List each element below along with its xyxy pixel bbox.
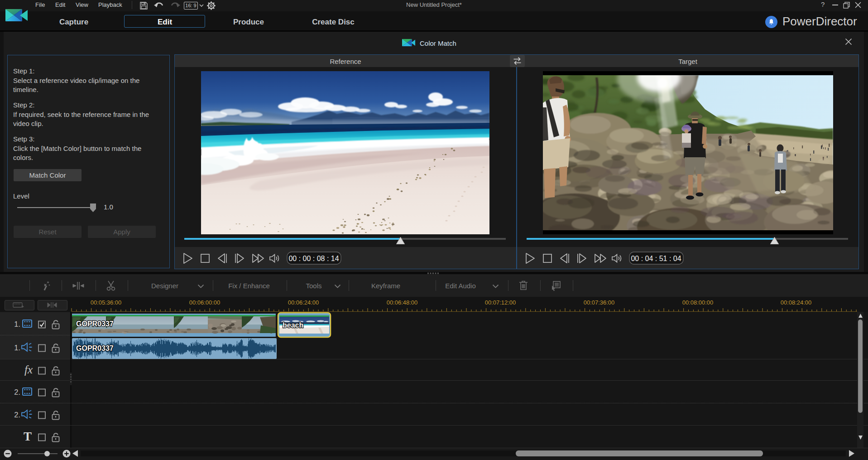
svg-text:GOPR0337: GOPR0337 [76, 344, 114, 352]
svg-text:1.: 1. [14, 320, 20, 328]
svg-text:fx: fx [24, 363, 33, 376]
svg-text:00 : 00 : 08 : 14: 00 : 00 : 08 : 14 [288, 255, 339, 262]
svg-text:GOPR0337: GOPR0337 [76, 320, 114, 328]
svg-text:T: T [24, 430, 32, 443]
svg-text:2.: 2. [14, 411, 20, 419]
svg-text:2.: 2. [14, 388, 20, 396]
svg-text:00 : 04 : 51 : 04: 00 : 04 : 51 : 04 [631, 255, 681, 262]
svg-text:beach: beach [283, 321, 303, 329]
svg-text:1.: 1. [14, 344, 20, 352]
